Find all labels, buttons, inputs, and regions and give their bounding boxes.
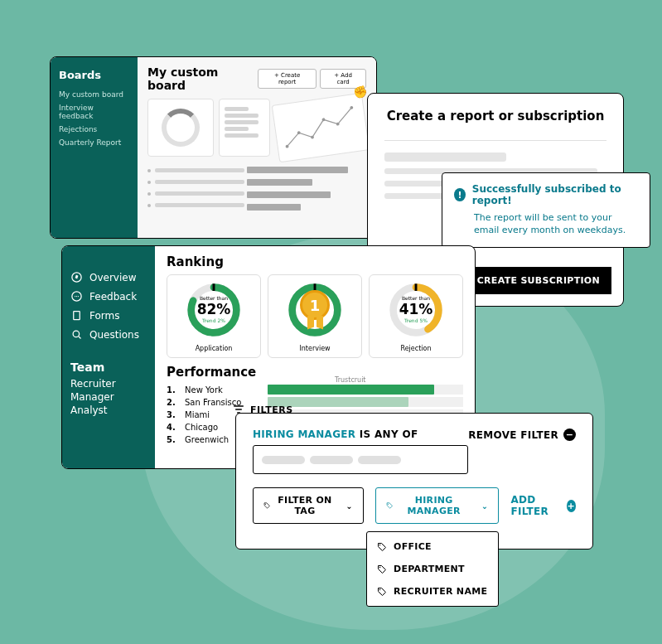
svg-point-23 [265, 504, 266, 505]
filter-field-menu: OFFICE DEPARTMENT RECRUITER NAME [366, 531, 499, 607]
dialog-title: Create a report or subscription [384, 109, 606, 123]
gauge-interview[interactable]: 1 Interview [268, 274, 362, 358]
filters-panel: HIRING MANAGER IS ANY OF REMOVE FILTER −… [235, 413, 593, 550]
plus-icon: + [567, 500, 576, 512]
add-filter-button[interactable]: ADD FILTER + [510, 494, 576, 517]
chevron-down-icon: ⌄ [345, 501, 353, 511]
tag-icon [377, 587, 387, 597]
gauge-rejection[interactable]: Better than 41% Trend 5% Rejection [369, 274, 463, 358]
sidebar-item-my-custom-board[interactable]: My custom board [59, 88, 129, 101]
nav-questions[interactable]: Questions [70, 328, 147, 341]
compass-icon [70, 271, 83, 283]
menu-item-department[interactable]: DEPARTMENT [367, 558, 498, 580]
filter-label: HIRING MANAGER IS ANY OF [253, 429, 468, 440]
svg-rect-11 [74, 312, 80, 320]
svg-rect-22 [415, 283, 418, 291]
tag-icon [386, 501, 394, 511]
table-row: 2.San Fransisco [167, 397, 463, 407]
filter-chips-input[interactable] [253, 445, 468, 474]
team-recruiter[interactable]: Recruiter [70, 377, 147, 390]
team-manager[interactable]: Manager [70, 390, 147, 404]
nav-forms[interactable]: Forms [70, 309, 147, 322]
tag-icon [377, 564, 387, 574]
svg-point-26 [379, 566, 381, 568]
filter-icon [232, 403, 245, 416]
chevron-down-icon: ⌄ [481, 501, 489, 511]
tag-icon [263, 501, 270, 511]
remove-filter-button[interactable]: REMOVE FILTER − [468, 429, 576, 441]
svg-rect-16 [213, 283, 215, 291]
svg-point-9 [76, 296, 77, 297]
sidebar-item-rejections[interactable]: Rejections [59, 123, 129, 136]
boards-panel: Boards My custom board Interview feedbac… [50, 56, 377, 239]
sidebar-item-interview-feedback[interactable]: Interview feedback [59, 101, 129, 123]
menu-item-recruiter-name[interactable]: RECRUITER NAME [367, 580, 498, 603]
doc-icon [70, 309, 83, 322]
boards-title: Boards [59, 69, 129, 81]
svg-line-13 [79, 337, 81, 339]
gauge-application[interactable]: Better than 82% Trend 2% Application [167, 274, 261, 358]
ranking-title: Ranking [167, 254, 463, 269]
svg-point-24 [388, 504, 389, 505]
svg-point-8 [75, 296, 75, 297]
bar-widget [247, 163, 366, 213]
search-icon [70, 328, 83, 341]
performance-title: Performance [167, 365, 463, 380]
list-card[interactable] [219, 99, 270, 157]
page-title: My custom board [147, 65, 258, 92]
create-report-button[interactable]: + Create report [258, 69, 317, 89]
boards-main: My custom board + Create report + Add ca… [138, 57, 376, 238]
message-icon [70, 290, 83, 303]
nav-feedback[interactable]: Feedback [70, 290, 147, 303]
sidebar-item-quarterly-report[interactable]: Quarterly Report [59, 136, 129, 149]
list-widget [147, 163, 244, 213]
svg-point-10 [78, 296, 79, 297]
menu-item-office[interactable]: OFFICE [367, 535, 498, 558]
table-row: 1.New York [167, 385, 463, 395]
boards-sidebar: Boards My custom board Interview feedbac… [51, 57, 138, 238]
minus-icon: − [563, 429, 576, 441]
success-toast: ! Successfully subscribed to report! The… [442, 172, 650, 248]
nav-overview[interactable]: Overview [70, 271, 147, 283]
gauge-card[interactable] [147, 99, 214, 157]
info-icon: ! [454, 188, 466, 201]
toast-title: Successfully subscribed to report! [472, 183, 638, 206]
svg-point-25 [379, 544, 381, 545]
svg-point-27 [379, 588, 381, 590]
brand-label: Trustcruit [335, 376, 366, 384]
team-title: Team [70, 361, 147, 374]
hiring-manager-dropdown[interactable]: HIRING MANAGER ⌄ [375, 487, 499, 524]
arc-icon [162, 109, 200, 147]
filters-button[interactable]: FILTERS [232, 403, 293, 416]
team-analyst[interactable]: Analyst [70, 404, 147, 417]
filter-on-tag-dropdown[interactable]: FILTER ON TAG ⌄ [253, 487, 364, 524]
toast-body: The report will be sent to your email ev… [454, 211, 638, 237]
grab-cursor-icon: ✊ [352, 85, 368, 99]
create-subscription-button[interactable]: CREATE SUBSCRIPTION [466, 267, 611, 294]
chart-card-draggable[interactable]: ✊ [272, 93, 370, 163]
svg-point-12 [73, 331, 80, 337]
tag-icon [377, 542, 387, 552]
ranking-sidebar: Overview Feedback Forms Questions Team R… [62, 246, 155, 468]
